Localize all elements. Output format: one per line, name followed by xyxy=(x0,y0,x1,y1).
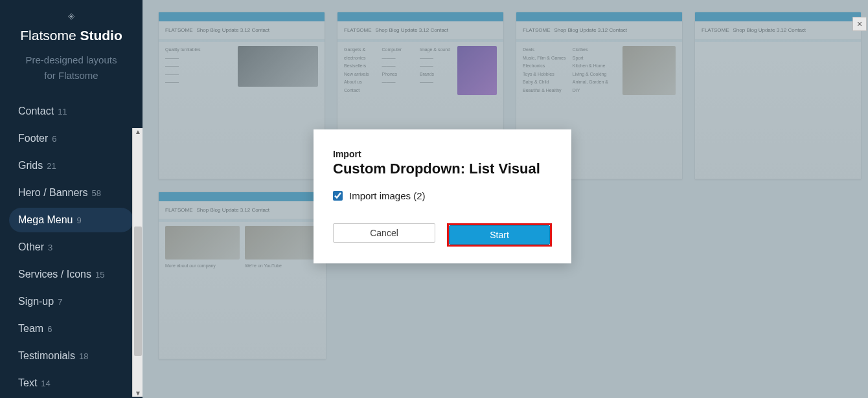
cancel-button[interactable]: Cancel xyxy=(333,223,435,243)
sidebar-item-grids[interactable]: Grids21 xyxy=(9,153,133,178)
sidebar-item-count: 6 xyxy=(52,134,56,144)
sidebar-item-services-icons[interactable]: Services / Icons15 xyxy=(9,262,133,287)
sidebar-item-label: Services / Icons xyxy=(18,269,91,280)
brand-thin: Flatsome xyxy=(20,28,80,43)
import-modal: Import Custom Dropdown: List Visual Impo… xyxy=(314,129,571,263)
sidebar-item-count: 11 xyxy=(58,107,67,116)
svg-marker-1 xyxy=(70,15,73,18)
sidebar-item-count: 18 xyxy=(79,351,88,361)
sidebar-item-count: 7 xyxy=(58,297,62,307)
sidebar-item-hero-banners[interactable]: Hero / Banners58 xyxy=(9,181,133,205)
import-images-option[interactable]: Import images (2) xyxy=(333,190,552,201)
sidebar-item-count: 3 xyxy=(48,243,52,252)
sidebar-item-label: Footer xyxy=(18,133,48,144)
flatsome-logo-icon xyxy=(57,13,86,20)
sidebar-item-count: 21 xyxy=(47,161,56,171)
close-button[interactable]: × xyxy=(852,17,867,31)
sidebar-item-label: Hero / Banners xyxy=(18,187,88,199)
sidebar-item-label: Testimonials xyxy=(18,350,75,362)
modal-eyebrow: Import xyxy=(333,149,552,159)
scroll-up-icon[interactable]: ▲ xyxy=(135,128,141,135)
sidebar-item-label: Text xyxy=(18,377,37,389)
modal-title: Custom Dropdown: List Visual xyxy=(333,160,552,177)
category-nav: Contact11Footer6Grids21Hero / Banners58M… xyxy=(0,99,143,398)
tagline-line2: for Flatsome xyxy=(26,68,117,83)
sidebar-item-contact[interactable]: Contact11 xyxy=(9,99,133,124)
import-images-label: Import images (2) xyxy=(349,190,426,201)
start-button-highlight: Start xyxy=(447,223,552,247)
sidebar-item-label: Contact xyxy=(18,105,54,117)
sidebar-item-label: Mega Menu xyxy=(18,214,73,226)
sidebar-item-other[interactable]: Other3 xyxy=(9,235,133,260)
tagline-line1: Pre-designed layouts xyxy=(26,52,117,68)
sidebar-item-label: Grids xyxy=(18,160,43,171)
sidebar-item-count: 58 xyxy=(92,188,101,198)
sidebar-item-testimonials[interactable]: Testimonials18 xyxy=(9,344,133,368)
sidebar-item-text[interactable]: Text14 xyxy=(9,371,133,395)
import-images-checkbox[interactable] xyxy=(333,191,343,201)
sidebar-item-label: Other xyxy=(18,241,44,253)
sidebar-item-label: Sign-up xyxy=(18,296,54,307)
close-icon: × xyxy=(857,19,862,29)
sidebar-item-count: 9 xyxy=(77,216,82,225)
sidebar-item-count: 14 xyxy=(41,379,50,388)
sidebar: Flatsome Studio Pre-designed layouts for… xyxy=(0,0,143,398)
sidebar-scrollbar[interactable]: ▲ ▼ xyxy=(132,128,143,397)
brand-title: Flatsome Studio xyxy=(20,28,122,43)
sidebar-item-count: 15 xyxy=(95,270,104,280)
brand-bold: Studio xyxy=(80,28,122,43)
sidebar-item-sign-up[interactable]: Sign-up7 xyxy=(9,289,133,314)
tagline: Pre-designed layouts for Flatsome xyxy=(26,52,117,83)
scroll-thumb[interactable] xyxy=(134,227,142,356)
sidebar-item-footer[interactable]: Footer6 xyxy=(9,126,133,151)
sidebar-item-count: 6 xyxy=(47,324,52,334)
sidebar-item-team[interactable]: Team6 xyxy=(9,316,133,341)
scroll-down-icon[interactable]: ▼ xyxy=(135,390,141,397)
sidebar-item-label: Team xyxy=(18,323,43,335)
start-button[interactable]: Start xyxy=(449,225,550,245)
modal-button-row: Cancel Start xyxy=(333,223,552,247)
sidebar-item-mega-menu[interactable]: Mega Menu9 xyxy=(9,208,133,232)
